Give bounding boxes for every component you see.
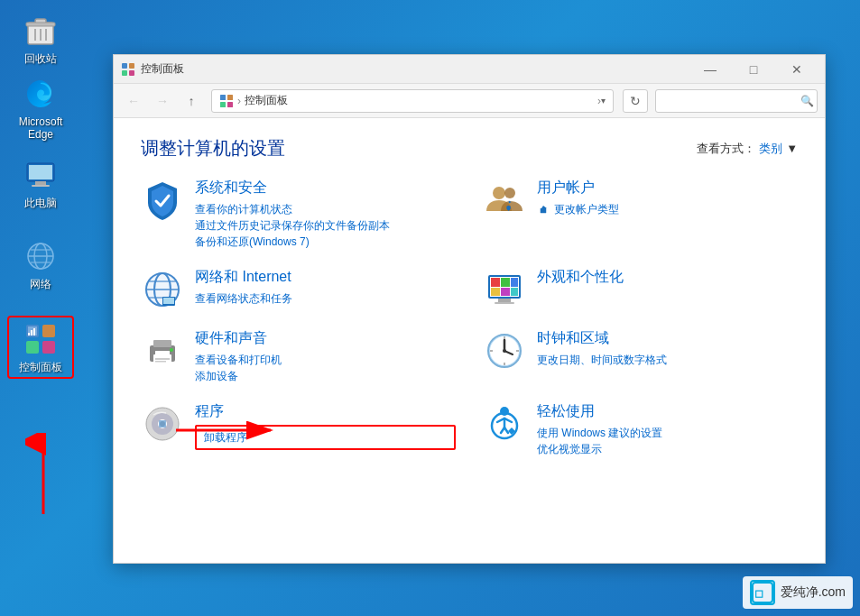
title-bar-controls: — □ ✕ bbox=[689, 55, 818, 84]
hardware-title[interactable]: 硬件和声音 bbox=[195, 329, 456, 348]
control-panel-desktop-img bbox=[23, 321, 59, 357]
ease-desc: 使用 Windows 建议的设置 优化视觉显示 bbox=[537, 425, 798, 457]
view-options: 查看方式： 类别 ▼ bbox=[697, 141, 798, 157]
nav-bar: ← → ↑ › 控制面板 › ▾ ↻ 🔍 bbox=[114, 84, 825, 118]
svg-point-33 bbox=[493, 187, 505, 199]
programs-icon-cat bbox=[141, 402, 184, 446]
user-accounts-info: 用户帐户 更改帐户类型 bbox=[537, 179, 798, 217]
hardware-icon-cat bbox=[141, 329, 184, 372]
category-appearance[interactable]: 外观和个性化 bbox=[483, 268, 798, 311]
close-button[interactable]: ✕ bbox=[776, 55, 818, 84]
address-separator: › bbox=[237, 95, 241, 107]
up-arrow-annotation bbox=[25, 433, 61, 523]
svg-rect-42 bbox=[163, 298, 174, 304]
minimize-button[interactable]: — bbox=[689, 55, 731, 84]
this-pc-label: 此电脑 bbox=[24, 197, 57, 209]
svg-rect-25 bbox=[122, 63, 127, 69]
breadcrumb-text: 控制面板 bbox=[245, 93, 594, 108]
svg-rect-51 bbox=[498, 299, 511, 302]
address-bar[interactable]: › 控制面板 › ▾ bbox=[211, 89, 614, 113]
svg-rect-27 bbox=[122, 70, 127, 76]
category-network[interactable]: 网络和 Internet 查看网络状态和任务 bbox=[141, 268, 456, 311]
svg-rect-26 bbox=[129, 63, 134, 69]
svg-rect-28 bbox=[129, 70, 134, 76]
network-icon-cat bbox=[141, 268, 184, 311]
watermark-logo: ◻ bbox=[750, 580, 775, 605]
system-security-desc: 查看你的计算机状态 通过文件历史记录保存你的文件备份副本 备份和还原(Windo… bbox=[195, 201, 456, 250]
appearance-info: 外观和个性化 bbox=[537, 268, 798, 290]
svg-rect-46 bbox=[501, 278, 510, 287]
svg-rect-47 bbox=[511, 278, 518, 287]
clock-info: 时钟和区域 更改日期、时间或数字格式 bbox=[537, 329, 798, 368]
search-input[interactable] bbox=[655, 89, 818, 113]
network-desktop-icon[interactable]: 网络 bbox=[9, 234, 72, 294]
svg-rect-29 bbox=[220, 95, 226, 100]
address-dropdown[interactable]: ▾ bbox=[601, 96, 606, 106]
svg-point-34 bbox=[504, 188, 515, 198]
ease-title[interactable]: 轻松使用 bbox=[537, 402, 798, 421]
clock-desc: 更改日期、时间或数字格式 bbox=[537, 352, 798, 368]
category-ease[interactable]: 轻松使用 使用 Windows 建议的设置 优化视觉显示 bbox=[483, 402, 798, 457]
category-user-accounts[interactable]: 用户帐户 更改帐户类型 bbox=[483, 179, 798, 250]
edge-img bbox=[23, 76, 59, 112]
svg-rect-30 bbox=[227, 95, 233, 100]
programs-info: 程序 卸载程序 bbox=[195, 402, 456, 450]
edge-icon[interactable]: MicrosoftEdge bbox=[9, 72, 72, 145]
recycle-bin-icon[interactable]: 回收站 bbox=[9, 9, 72, 69]
back-button[interactable]: ← bbox=[121, 88, 146, 114]
network-info: 网络和 Internet 查看网络状态和任务 bbox=[195, 268, 456, 307]
forward-button[interactable]: → bbox=[150, 88, 175, 114]
svg-point-64 bbox=[503, 349, 506, 353]
svg-rect-32 bbox=[227, 102, 233, 107]
svg-rect-45 bbox=[491, 278, 500, 287]
maximize-button[interactable]: □ bbox=[733, 55, 774, 84]
svg-rect-73 bbox=[159, 420, 166, 428]
ease-icon-cat bbox=[483, 402, 526, 446]
network-title[interactable]: 网络和 Internet bbox=[195, 268, 456, 287]
uninstall-programs-highlight[interactable]: 卸载程序 bbox=[195, 425, 456, 450]
this-pc-icon[interactable]: 此电脑 bbox=[9, 153, 72, 213]
svg-rect-48 bbox=[491, 288, 500, 296]
clock-icon-cat bbox=[483, 329, 526, 372]
up-button[interactable]: ↑ bbox=[179, 88, 204, 114]
title-bar-icon bbox=[121, 62, 135, 77]
category-programs[interactable]: 程序 卸载程序 bbox=[141, 402, 456, 457]
ease-info: 轻松使用 使用 Windows 建议的设置 优化视觉显示 bbox=[537, 402, 798, 457]
svg-rect-20 bbox=[42, 341, 55, 354]
category-system-security[interactable]: 系统和安全 查看你的计算机状态 通过文件历史记录保存你的文件备份副本 备份和还原… bbox=[141, 179, 456, 250]
svg-rect-31 bbox=[220, 102, 226, 107]
system-security-title[interactable]: 系统和安全 bbox=[195, 179, 456, 198]
svg-rect-8 bbox=[35, 181, 46, 185]
svg-rect-56 bbox=[155, 358, 170, 360]
view-value[interactable]: 类别 bbox=[759, 141, 782, 157]
hardware-desc: 查看设备和打印机 添加设备 bbox=[195, 352, 456, 384]
title-bar: 控制面板 — □ ✕ bbox=[114, 55, 825, 84]
svg-text:◻: ◻ bbox=[754, 587, 763, 600]
user-accounts-icon bbox=[483, 179, 526, 222]
category-hardware[interactable]: 硬件和声音 查看设备和打印机 添加设备 bbox=[141, 329, 456, 384]
watermark-text: 爱纯净.com bbox=[781, 584, 846, 601]
view-dropdown-icon[interactable]: ▼ bbox=[786, 142, 798, 155]
svg-rect-7 bbox=[29, 165, 52, 179]
svg-rect-57 bbox=[155, 361, 166, 363]
search-wrapper: 🔍 bbox=[652, 89, 818, 113]
programs-title[interactable]: 程序 bbox=[195, 402, 456, 421]
appearance-title[interactable]: 外观和个性化 bbox=[537, 268, 798, 287]
refresh-button[interactable]: ↻ bbox=[623, 89, 648, 113]
svg-rect-19 bbox=[26, 341, 39, 354]
category-clock[interactable]: 时钟和区域 更改日期、时间或数字格式 bbox=[483, 329, 798, 384]
control-panel-desktop-label: 控制面板 bbox=[19, 361, 62, 373]
svg-rect-2 bbox=[26, 23, 55, 26]
recycle-bin-label: 回收站 bbox=[24, 52, 57, 65]
user-accounts-title[interactable]: 用户帐户 bbox=[537, 179, 798, 198]
svg-rect-18 bbox=[42, 325, 55, 337]
address-bar-icon bbox=[219, 94, 237, 108]
this-pc-img bbox=[23, 157, 59, 193]
svg-point-15 bbox=[28, 244, 53, 269]
svg-rect-49 bbox=[501, 288, 510, 296]
control-panel-desktop-icon[interactable]: 控制面板 bbox=[7, 316, 74, 379]
appearance-icon-cat bbox=[483, 268, 526, 311]
programs-desc: 卸载程序 bbox=[195, 425, 456, 450]
clock-title[interactable]: 时钟和区域 bbox=[537, 329, 798, 348]
network-label: 网络 bbox=[30, 278, 51, 290]
